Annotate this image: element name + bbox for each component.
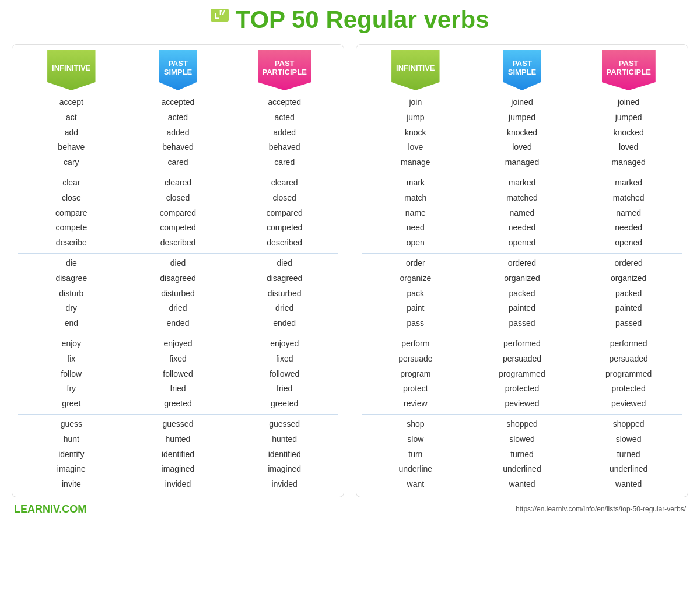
col-header: PAST SIMPLE — [469, 50, 576, 90]
verb-row: turnturnedturned — [362, 447, 682, 462]
verb-cell: jump — [362, 110, 469, 125]
verb-cell: perform — [362, 336, 469, 352]
verb-cell: die — [18, 256, 125, 271]
verb-row: identifyidentifiedidentified — [18, 447, 338, 462]
column-banner: PAST PARTICIPLE — [258, 50, 312, 90]
column-banner: PAST SIMPLE — [503, 50, 541, 90]
verb-cell: organized — [575, 271, 682, 286]
verb-cell: acted — [125, 110, 232, 125]
verb-row: organizeorganizedorganized — [362, 271, 682, 286]
verb-cell: imagine — [18, 462, 125, 477]
footer-url: https://en.learniv.com/info/en/lists/top… — [516, 505, 686, 513]
verb-cell: turned — [469, 447, 576, 462]
section-divider — [18, 334, 338, 334]
verb-cell: acted — [231, 110, 338, 125]
section-divider — [362, 173, 682, 173]
verb-cell: disagree — [18, 271, 125, 286]
verb-cell: match — [362, 191, 469, 206]
verb-cell: packed — [575, 286, 682, 301]
verb-cell: mark — [362, 176, 469, 191]
verb-row: hunthuntedhunted — [18, 432, 338, 447]
verb-cell: joined — [469, 95, 576, 110]
verb-cell: fried — [231, 381, 338, 397]
verb-row: inviteinvidedinvided — [18, 477, 338, 492]
verb-row: behavebehavedbehaved — [18, 140, 338, 155]
verb-cell: greeted — [125, 397, 232, 412]
verb-row: enjoyenjoyedenjoyed — [18, 336, 338, 352]
verb-cell: open — [362, 236, 469, 251]
verb-row: guessguessedguessed — [18, 417, 338, 432]
section-divider — [18, 414, 338, 415]
tables-wrapper: INFINITIVEPAST SIMPLEPAST PARTICIPLE acc… — [12, 44, 688, 497]
verb-cell: slowed — [469, 432, 576, 447]
verb-row: needneededneeded — [362, 220, 682, 236]
verb-cell: competed — [125, 220, 232, 236]
verb-cell: fried — [125, 381, 232, 397]
verb-cell: invite — [18, 477, 125, 492]
verb-cell: added — [125, 125, 232, 141]
verb-cell: described — [231, 236, 338, 251]
verb-cell: close — [18, 191, 125, 206]
verb-cell: protect — [362, 381, 469, 397]
verb-row: comparecomparedcompared — [18, 206, 338, 221]
verb-cell: joined — [575, 95, 682, 110]
verb-cell: named — [469, 206, 576, 221]
verb-cell: slowed — [575, 432, 682, 447]
verb-cell: shop — [362, 417, 469, 432]
verb-cell: closed — [125, 191, 232, 206]
verb-row: markmarkedmarked — [362, 176, 682, 191]
verb-row: drydrieddried — [18, 301, 338, 316]
verb-row: programprogrammedprogrammed — [362, 367, 682, 382]
verb-cell: persuade — [362, 352, 469, 367]
section-divider — [18, 173, 338, 173]
verb-cell: hunt — [18, 432, 125, 447]
verb-cell: join — [362, 95, 469, 110]
verb-cell: imagined — [231, 462, 338, 477]
verb-cell: underline — [362, 462, 469, 477]
verb-cell: enjoyed — [125, 336, 232, 352]
section-divider — [362, 253, 682, 254]
verb-cell: persuaded — [469, 352, 576, 367]
verb-cell: pack — [362, 286, 469, 301]
col-header: PAST PARTICIPLE — [575, 50, 682, 90]
verb-cell: review — [362, 397, 469, 412]
verb-cell: peviewed — [575, 397, 682, 412]
left-table: INFINITIVEPAST SIMPLEPAST PARTICIPLE acc… — [12, 44, 344, 497]
verb-row: endendedended — [18, 316, 338, 331]
verb-cell: dried — [125, 301, 232, 316]
verb-cell: dried — [231, 301, 338, 316]
verb-cell: needed — [575, 220, 682, 236]
verb-cell: fix — [18, 352, 125, 367]
verb-row: knockknockedknocked — [362, 125, 682, 141]
col-header: INFINITIVE — [362, 50, 469, 90]
verb-cell: programmed — [575, 367, 682, 382]
verb-cell: act — [18, 110, 125, 125]
verb-cell: knocked — [575, 125, 682, 141]
right-col-headers: INFINITIVEPAST SIMPLEPAST PARTICIPLE — [356, 45, 688, 90]
verb-cell: want — [362, 477, 469, 492]
verb-cell: behaved — [231, 140, 338, 155]
verb-row: openopenedopened — [362, 236, 682, 251]
verb-cell: enjoy — [18, 336, 125, 352]
verb-cell: add — [18, 125, 125, 141]
verb-cell: performed — [575, 336, 682, 352]
verb-cell: paint — [362, 301, 469, 316]
verb-cell: enjoyed — [231, 336, 338, 352]
verb-row: addaddedadded — [18, 125, 338, 141]
verb-cell: knock — [362, 125, 469, 141]
verb-cell: compared — [125, 206, 232, 221]
verb-cell: pass — [362, 316, 469, 331]
verb-cell: described — [125, 236, 232, 251]
page-header: LIV TOP 50 Regular verbs — [12, 6, 688, 34]
verb-cell: opened — [575, 236, 682, 251]
left-table-body: acceptacceptedacceptedactactedactedaddad… — [12, 90, 344, 497]
verb-cell: named — [575, 206, 682, 221]
verb-cell: cleared — [231, 176, 338, 191]
verb-row: orderorderedordered — [362, 256, 682, 271]
verb-row: disagreedisagreeddisagreed — [18, 271, 338, 286]
verb-cell: painted — [575, 301, 682, 316]
col-header: INFINITIVE — [18, 50, 125, 90]
verb-row: slowslowedslowed — [362, 432, 682, 447]
verb-row: underlineunderlinedunderlined — [362, 462, 682, 477]
verb-row: reviewpeviewedpeviewed — [362, 397, 682, 412]
